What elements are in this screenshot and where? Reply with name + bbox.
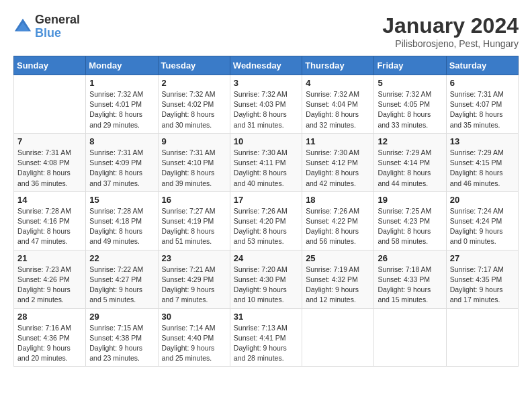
day-number: 4 xyxy=(306,78,370,88)
day-info: Sunrise: 7:14 AMSunset: 4:40 PMDaylight:… xyxy=(162,323,226,364)
day-number: 18 xyxy=(306,195,370,205)
day-number: 11 xyxy=(306,136,370,146)
calendar-day-9: 9Sunrise: 7:31 AMSunset: 4:10 PMDaylight… xyxy=(158,133,230,191)
day-number: 14 xyxy=(17,195,82,205)
calendar-day-10: 10Sunrise: 7:30 AMSunset: 4:11 PMDayligh… xyxy=(230,133,302,191)
calendar-day-5: 5Sunrise: 7:32 AMSunset: 4:05 PMDaylight… xyxy=(374,75,446,134)
calendar-day-22: 22Sunrise: 7:22 AMSunset: 4:27 PMDayligh… xyxy=(86,250,158,308)
day-number: 6 xyxy=(450,78,515,88)
day-number: 19 xyxy=(378,195,442,205)
day-number: 21 xyxy=(17,253,82,263)
day-info: Sunrise: 7:24 AMSunset: 4:24 PMDaylight:… xyxy=(450,206,515,247)
day-info: Sunrise: 7:31 AMSunset: 4:10 PMDaylight:… xyxy=(162,148,226,189)
calendar-empty-cell xyxy=(446,308,518,367)
day-number: 25 xyxy=(306,253,370,263)
calendar-day-11: 11Sunrise: 7:30 AMSunset: 4:12 PMDayligh… xyxy=(302,133,374,191)
day-info: Sunrise: 7:28 AMSunset: 4:18 PMDaylight:… xyxy=(89,206,154,247)
day-number: 27 xyxy=(450,253,515,263)
day-number: 26 xyxy=(378,253,442,263)
day-number: 31 xyxy=(234,312,298,322)
day-info: Sunrise: 7:18 AMSunset: 4:33 PMDaylight:… xyxy=(378,265,442,306)
day-number: 8 xyxy=(89,136,154,146)
calendar-day-13: 13Sunrise: 7:29 AMSunset: 4:15 PMDayligh… xyxy=(446,133,518,191)
calendar-day-14: 14Sunrise: 7:28 AMSunset: 4:16 PMDayligh… xyxy=(14,191,86,250)
calendar-day-27: 27Sunrise: 7:17 AMSunset: 4:35 PMDayligh… xyxy=(446,250,518,308)
calendar-week-row: 14Sunrise: 7:28 AMSunset: 4:16 PMDayligh… xyxy=(14,191,519,250)
logo: General Blue xyxy=(13,13,80,40)
weekday-header-sunday: Sunday xyxy=(14,56,86,75)
day-info: Sunrise: 7:22 AMSunset: 4:27 PMDaylight:… xyxy=(89,265,154,306)
day-number: 12 xyxy=(378,136,442,146)
page-header: General Blue January 2024 Pilisborosjeno… xyxy=(13,13,519,49)
day-number: 20 xyxy=(450,195,515,205)
day-info: Sunrise: 7:31 AMSunset: 4:08 PMDaylight:… xyxy=(17,148,82,189)
calendar-day-3: 3Sunrise: 7:32 AMSunset: 4:03 PMDaylight… xyxy=(230,75,302,134)
calendar-day-1: 1Sunrise: 7:32 AMSunset: 4:01 PMDaylight… xyxy=(86,75,158,134)
day-info: Sunrise: 7:20 AMSunset: 4:30 PMDaylight:… xyxy=(234,265,298,306)
day-info: Sunrise: 7:30 AMSunset: 4:12 PMDaylight:… xyxy=(306,148,370,189)
day-info: Sunrise: 7:15 AMSunset: 4:38 PMDaylight:… xyxy=(89,323,154,364)
day-number: 5 xyxy=(378,78,442,88)
month-title: January 2024 xyxy=(382,13,519,38)
calendar-day-26: 26Sunrise: 7:18 AMSunset: 4:33 PMDayligh… xyxy=(374,250,446,308)
calendar-week-row: 21Sunrise: 7:23 AMSunset: 4:26 PMDayligh… xyxy=(14,250,519,308)
day-info: Sunrise: 7:21 AMSunset: 4:29 PMDaylight:… xyxy=(162,265,226,306)
day-number: 22 xyxy=(89,253,154,263)
calendar-day-2: 2Sunrise: 7:32 AMSunset: 4:02 PMDaylight… xyxy=(158,75,230,134)
day-number: 9 xyxy=(162,136,226,146)
day-info: Sunrise: 7:19 AMSunset: 4:32 PMDaylight:… xyxy=(306,265,370,306)
calendar-day-25: 25Sunrise: 7:19 AMSunset: 4:32 PMDayligh… xyxy=(302,250,374,308)
weekday-header-monday: Monday xyxy=(86,56,158,75)
day-info: Sunrise: 7:31 AMSunset: 4:09 PMDaylight:… xyxy=(89,148,154,189)
day-number: 24 xyxy=(234,253,298,263)
calendar-day-28: 28Sunrise: 7:16 AMSunset: 4:36 PMDayligh… xyxy=(14,308,86,367)
calendar-day-17: 17Sunrise: 7:26 AMSunset: 4:20 PMDayligh… xyxy=(230,191,302,250)
calendar-week-row: 28Sunrise: 7:16 AMSunset: 4:36 PMDayligh… xyxy=(14,308,519,367)
calendar-day-20: 20Sunrise: 7:24 AMSunset: 4:24 PMDayligh… xyxy=(446,191,518,250)
day-number: 10 xyxy=(234,136,298,146)
weekday-header-wednesday: Wednesday xyxy=(230,56,302,75)
calendar-day-6: 6Sunrise: 7:31 AMSunset: 4:07 PMDaylight… xyxy=(446,75,518,134)
day-number: 30 xyxy=(162,312,226,322)
calendar-table: SundayMondayTuesdayWednesdayThursdayFrid… xyxy=(13,56,519,367)
calendar-week-row: 1Sunrise: 7:32 AMSunset: 4:01 PMDaylight… xyxy=(14,75,519,134)
day-info: Sunrise: 7:28 AMSunset: 4:16 PMDaylight:… xyxy=(17,206,82,247)
day-number: 17 xyxy=(234,195,298,205)
calendar-day-8: 8Sunrise: 7:31 AMSunset: 4:09 PMDaylight… xyxy=(86,133,158,191)
calendar-week-row: 7Sunrise: 7:31 AMSunset: 4:08 PMDaylight… xyxy=(14,133,519,191)
calendar-day-29: 29Sunrise: 7:15 AMSunset: 4:38 PMDayligh… xyxy=(86,308,158,367)
calendar-empty-cell xyxy=(374,308,446,367)
day-info: Sunrise: 7:26 AMSunset: 4:22 PMDaylight:… xyxy=(306,206,370,247)
day-info: Sunrise: 7:23 AMSunset: 4:26 PMDaylight:… xyxy=(17,265,82,306)
day-number: 29 xyxy=(89,312,154,322)
day-number: 23 xyxy=(162,253,226,263)
day-number: 1 xyxy=(89,78,154,88)
calendar-day-4: 4Sunrise: 7:32 AMSunset: 4:04 PMDaylight… xyxy=(302,75,374,134)
day-info: Sunrise: 7:17 AMSunset: 4:35 PMDaylight:… xyxy=(450,265,515,306)
day-info: Sunrise: 7:27 AMSunset: 4:19 PMDaylight:… xyxy=(162,206,226,247)
day-info: Sunrise: 7:13 AMSunset: 4:41 PMDaylight:… xyxy=(234,323,298,364)
calendar-day-16: 16Sunrise: 7:27 AMSunset: 4:19 PMDayligh… xyxy=(158,191,230,250)
day-info: Sunrise: 7:32 AMSunset: 4:05 PMDaylight:… xyxy=(378,89,442,130)
day-info: Sunrise: 7:30 AMSunset: 4:11 PMDaylight:… xyxy=(234,148,298,189)
location: Pilisborosjeno, Pest, Hungary xyxy=(382,38,519,49)
day-number: 15 xyxy=(89,195,154,205)
day-number: 13 xyxy=(450,136,515,146)
calendar-day-19: 19Sunrise: 7:25 AMSunset: 4:23 PMDayligh… xyxy=(374,191,446,250)
day-info: Sunrise: 7:32 AMSunset: 4:03 PMDaylight:… xyxy=(234,89,298,130)
calendar-day-23: 23Sunrise: 7:21 AMSunset: 4:29 PMDayligh… xyxy=(158,250,230,308)
day-info: Sunrise: 7:31 AMSunset: 4:07 PMDaylight:… xyxy=(450,89,515,130)
day-info: Sunrise: 7:25 AMSunset: 4:23 PMDaylight:… xyxy=(378,206,442,247)
day-number: 2 xyxy=(162,78,226,88)
day-info: Sunrise: 7:29 AMSunset: 4:15 PMDaylight:… xyxy=(450,148,515,189)
calendar-empty-cell xyxy=(302,308,374,367)
calendar-day-21: 21Sunrise: 7:23 AMSunset: 4:26 PMDayligh… xyxy=(14,250,86,308)
calendar-day-12: 12Sunrise: 7:29 AMSunset: 4:14 PMDayligh… xyxy=(374,133,446,191)
calendar-day-7: 7Sunrise: 7:31 AMSunset: 4:08 PMDaylight… xyxy=(14,133,86,191)
calendar-day-24: 24Sunrise: 7:20 AMSunset: 4:30 PMDayligh… xyxy=(230,250,302,308)
calendar-empty-cell xyxy=(14,75,86,134)
logo-text: General Blue xyxy=(35,13,80,40)
calendar-day-15: 15Sunrise: 7:28 AMSunset: 4:18 PMDayligh… xyxy=(86,191,158,250)
day-number: 3 xyxy=(234,78,298,88)
calendar-day-30: 30Sunrise: 7:14 AMSunset: 4:40 PMDayligh… xyxy=(158,308,230,367)
